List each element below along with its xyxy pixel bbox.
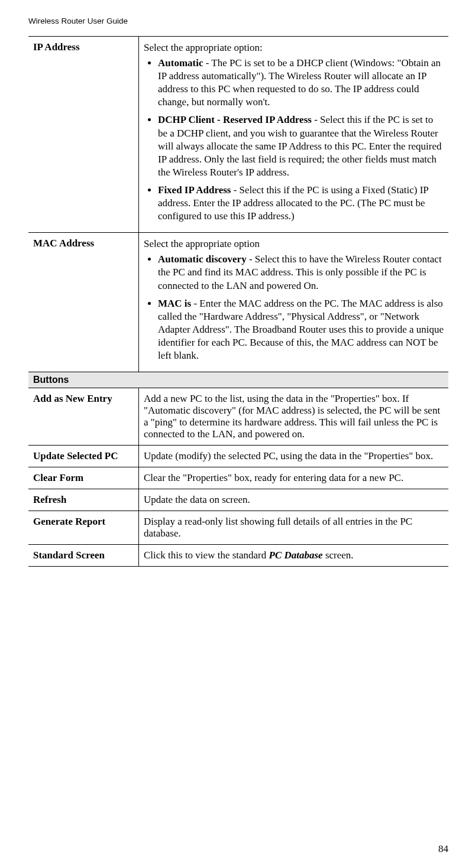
section-buttons-label: Buttons <box>28 372 448 388</box>
ip-b3-strong: Fixed IP Address <box>158 184 231 196</box>
standard-em: PC Database <box>269 550 323 561</box>
mac-label: MAC Address <box>28 233 139 372</box>
standard-post: screen. <box>323 550 354 561</box>
standard-pre: Click this to view the standard <box>144 550 269 561</box>
mac-b1-strong: Automatic discovery <box>158 253 247 265</box>
mac-desc: Select the appropriate option Automatic … <box>139 233 449 372</box>
row-clear: Clear Form Clear the "Properties" box, r… <box>28 467 448 489</box>
ip-b1-strong: Automatic <box>158 57 203 69</box>
ip-b3: Fixed IP Address - Select this if the PC… <box>158 184 444 223</box>
clear-label: Clear Form <box>28 467 139 489</box>
row-ip-address: IP Address Select the appropriate option… <box>28 37 448 233</box>
ip-desc: Select the appropriate option: Automatic… <box>139 37 449 233</box>
add-desc: Add a new PC to the list, using the data… <box>139 388 449 446</box>
row-report: Generate Report Display a read-only list… <box>28 511 448 545</box>
ip-b1: Automatic - The PC is set to be a DHCP c… <box>158 57 444 109</box>
mac-b2-strong: MAC is <box>158 298 191 309</box>
row-add: Add as New Entry Add a new PC to the lis… <box>28 388 448 446</box>
mac-b1: Automatic discovery - Select this to hav… <box>158 253 444 292</box>
mac-bullets: Automatic discovery - Select this to hav… <box>144 253 444 362</box>
mac-b2: MAC is - Enter the MAC address on the PC… <box>158 297 444 362</box>
mac-lead: Select the appropriate option <box>144 238 444 251</box>
add-label: Add as New Entry <box>28 388 139 446</box>
config-table: IP Address Select the appropriate option… <box>28 36 448 567</box>
row-standard: Standard Screen Click this to view the s… <box>28 545 448 567</box>
update-desc: Update (modify) the selected PC, using t… <box>139 446 449 467</box>
report-label: Generate Report <box>28 511 139 545</box>
ip-bullets: Automatic - The PC is set to be a DHCP c… <box>144 57 444 223</box>
clear-desc: Clear the "Properties" box, ready for en… <box>139 467 449 489</box>
page-number: 84 <box>438 843 448 855</box>
doc-header: Wireless Router User Guide <box>28 17 448 25</box>
ip-b2: DCHP Client - Reserved IP Address - Sele… <box>158 113 444 178</box>
ip-lead: Select the appropriate option: <box>144 41 444 54</box>
refresh-desc: Update the data on screen. <box>139 489 449 511</box>
report-desc: Display a read-only list showing full de… <box>139 511 449 545</box>
refresh-label: Refresh <box>28 489 139 511</box>
standard-label: Standard Screen <box>28 545 139 567</box>
ip-label: IP Address <box>28 37 139 233</box>
standard-desc: Click this to view the standard PC Datab… <box>139 545 449 567</box>
ip-b2-strong: DCHP Client - Reserved IP Address <box>158 114 312 125</box>
row-refresh: Refresh Update the data on screen. <box>28 489 448 511</box>
row-section-buttons: Buttons <box>28 372 448 388</box>
row-mac-address: MAC Address Select the appropriate optio… <box>28 233 448 372</box>
update-label: Update Selected PC <box>28 446 139 467</box>
mac-b2-rest: - Enter the MAC address on the PC. The M… <box>158 298 444 361</box>
row-update: Update Selected PC Update (modify) the s… <box>28 446 448 467</box>
